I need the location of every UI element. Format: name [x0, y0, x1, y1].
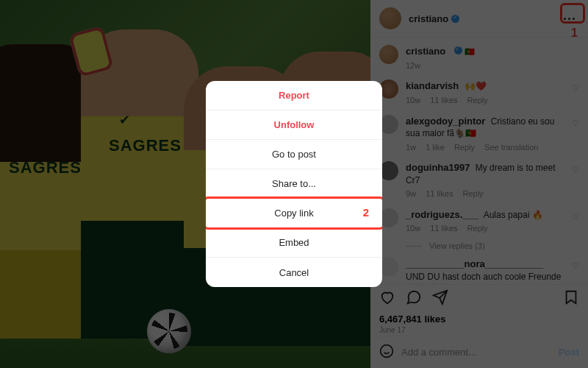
- option-embed[interactable]: Embed: [206, 228, 382, 258]
- app-root: SAGRES SAGRES ✔ cristiano cristiano 🇵🇹 1…: [0, 0, 588, 368]
- option-unfollow[interactable]: Unfollow: [206, 110, 382, 140]
- option-report[interactable]: Report: [206, 81, 382, 110]
- modal-scrim[interactable]: Report Unfollow Go to post Share to... C…: [0, 0, 588, 368]
- option-go-to-post[interactable]: Go to post: [206, 140, 382, 169]
- option-cancel[interactable]: Cancel: [206, 258, 382, 287]
- tutorial-step-label: 2: [363, 206, 369, 219]
- option-share-to[interactable]: Share to...: [206, 169, 382, 199]
- option-copy-link[interactable]: Copy link 2: [206, 199, 382, 228]
- options-sheet: Report Unfollow Go to post Share to... C…: [206, 81, 382, 287]
- option-label: Copy link: [274, 208, 313, 219]
